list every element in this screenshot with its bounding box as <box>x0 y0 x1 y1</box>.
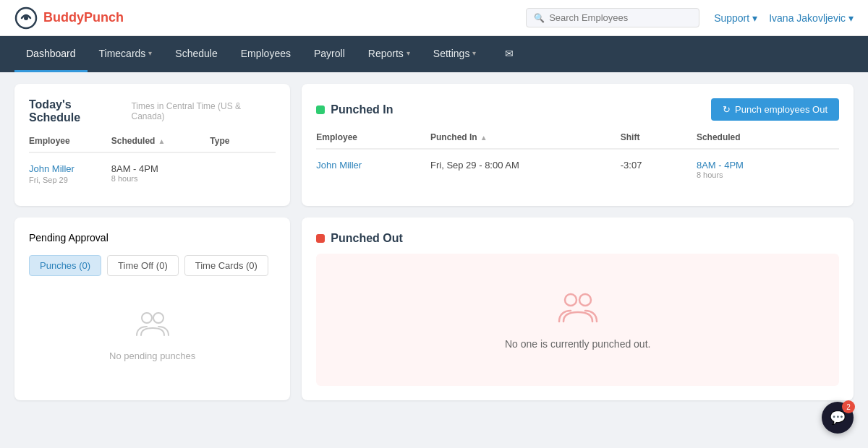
punched-out-empty-state: No one is currently punched out. <box>316 254 839 386</box>
pi-employee-link[interactable]: John Miller <box>316 160 430 171</box>
svg-point-2 <box>142 313 152 323</box>
chat-badge: 2 <box>842 400 855 412</box>
logo-text: BuddyPunch <box>43 10 124 25</box>
search-bar[interactable]: 🔍 <box>526 8 699 27</box>
chevron-down-icon: ▾ <box>472 49 476 57</box>
punched-out-title: Punched Out <box>316 232 839 245</box>
chevron-down-icon: ▾ <box>407 49 410 57</box>
pi-punch-time: Fri, Sep 29 - 8:00 AM <box>430 160 621 171</box>
no-pending-punches-text: No pending punches <box>109 350 195 361</box>
mail-icon: ✉ <box>505 48 514 59</box>
tab-time-off[interactable]: Time Off (0) <box>107 255 179 276</box>
punch-employees-out-button[interactable]: ↻ Punch employees Out <box>711 98 839 121</box>
chevron-down-icon: ▾ <box>148 49 152 57</box>
punched-out-people-icon <box>558 290 598 331</box>
punched-in-row: John Miller Fri, Sep 29 - 8:00 AM -3:07 … <box>316 152 839 186</box>
punched-in-card: Punched In ↻ Punch employees Out Employe… <box>302 84 854 206</box>
pi-shift-value: -3:07 <box>621 160 697 171</box>
schedule-employee-cell: John Miller Fri, Sep 29 <box>29 163 111 184</box>
schedule-time-cell: 8AM - 4PM 8 hours <box>111 163 210 184</box>
top-right-area: Support ▾ Ivana Jakovljevic ▾ <box>714 12 854 24</box>
nav-schedule[interactable]: Schedule <box>163 36 229 72</box>
nav-dashboard[interactable]: Dashboard <box>14 36 88 72</box>
pending-title: Pending Approval <box>29 232 109 244</box>
nav-reports[interactable]: Reports ▾ <box>357 36 422 72</box>
pi-shift-cell: -3:07 <box>621 160 697 179</box>
pi-col-scheduled: Scheduled <box>697 132 839 142</box>
logo-icon <box>14 7 38 30</box>
punched-out-card: Punched Out No one is currently punched … <box>302 217 854 400</box>
svg-point-4 <box>565 294 576 306</box>
main-nav: Dashboard Timecards ▾ Schedule Employees… <box>0 36 868 72</box>
nav-employees[interactable]: Employees <box>229 36 302 72</box>
svg-point-3 <box>153 313 163 323</box>
scheduled-time: 8AM - 4PM <box>111 163 210 174</box>
nav-payroll[interactable]: Payroll <box>302 36 357 72</box>
pi-col-shift: Shift <box>621 132 697 142</box>
chevron-down-icon: ▾ <box>848 12 854 24</box>
status-dot-red <box>316 234 325 243</box>
nav-mail[interactable]: ✉ <box>493 36 525 72</box>
schedule-row: John Miller Fri, Sep 29 8AM - 4PM 8 hour… <box>29 156 276 191</box>
pi-col-employee: Employee <box>316 132 430 142</box>
search-input[interactable] <box>549 12 692 23</box>
timezone-label: Times in Central Time (US & Canada) <box>131 101 276 121</box>
chevron-down-icon: ▾ <box>752 12 757 24</box>
user-menu[interactable]: Ivana Jakovljevic ▾ <box>769 12 854 24</box>
search-icon: 🔍 <box>534 13 545 23</box>
pi-time-cell: Fri, Sep 29 - 8:00 AM <box>430 160 621 179</box>
nav-settings[interactable]: Settings ▾ <box>422 36 488 72</box>
refresh-icon: ↻ <box>723 104 731 115</box>
pi-col-punched-in: Punched In ▲ <box>430 132 621 142</box>
col-scheduled: Scheduled ▲ <box>111 136 210 146</box>
punched-out-empty-text: No one is currently punched out. <box>505 338 651 350</box>
status-dot-green <box>316 105 325 114</box>
sort-icon: ▲ <box>158 137 165 145</box>
col-type: Type <box>210 136 276 146</box>
pi-employee-cell: John Miller <box>316 160 430 179</box>
main-content: Today's Schedule Times in Central Time (… <box>0 72 868 412</box>
schedule-title: Today's Schedule <box>29 98 125 124</box>
support-link[interactable]: Support ▾ <box>714 12 757 24</box>
schedule-card: Today's Schedule Times in Central Time (… <box>14 84 290 206</box>
svg-point-5 <box>579 294 591 306</box>
pending-approval-card: Pending Approval Punches (0) Time Off (0… <box>14 217 290 400</box>
employee-date: Fri, Sep 29 <box>29 176 111 184</box>
pending-empty-state: No pending punches <box>29 288 276 383</box>
sort-icon: ▲ <box>480 134 488 142</box>
schedule-type-cell <box>210 163 276 184</box>
empty-people-icon <box>135 309 170 345</box>
punched-in-title: Punched In <box>316 103 393 116</box>
col-employee: Employee <box>29 136 111 146</box>
pi-scheduled-sub: 8 hours <box>697 171 839 179</box>
pi-scheduled-cell: 8AM - 4PM 8 hours <box>697 160 839 179</box>
pending-tabs: Punches (0) Time Off (0) Time Cards (0) <box>29 255 276 276</box>
logo: BuddyPunch <box>14 7 124 30</box>
topbar: BuddyPunch 🔍 Support ▾ Ivana Jakovljevic… <box>0 0 868 36</box>
pi-scheduled-value: 8AM - 4PM <box>697 160 839 171</box>
tab-time-cards[interactable]: Time Cards (0) <box>184 255 268 276</box>
nav-timecards[interactable]: Timecards ▾ <box>88 36 164 72</box>
scheduled-hours: 8 hours <box>111 174 210 183</box>
svg-point-1 <box>24 16 28 20</box>
employee-name-link[interactable]: John Miller <box>29 163 111 174</box>
tab-punches[interactable]: Punches (0) <box>29 255 101 276</box>
